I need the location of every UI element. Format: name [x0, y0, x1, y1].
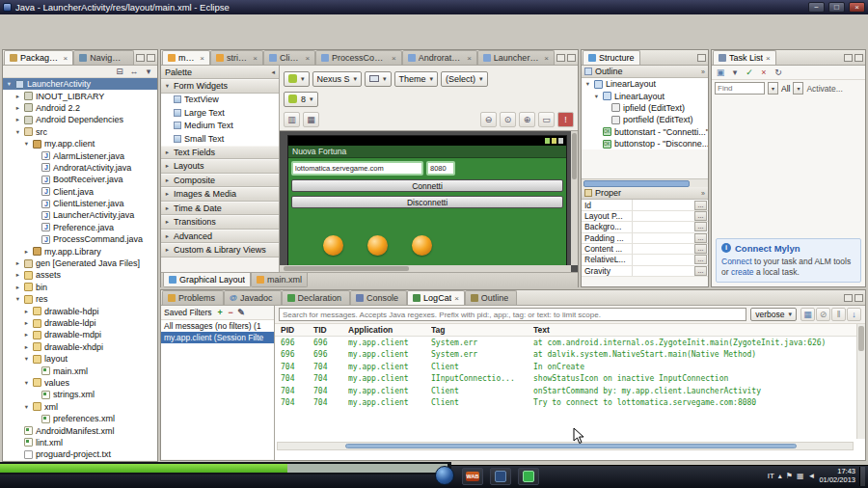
logcat-row[interactable]: 704 704 my.app.client Client In onCreate — [275, 361, 865, 373]
clear-log-icon[interactable]: ⊘ — [816, 308, 830, 321]
logcat-horizontal-scrollbar[interactable] — [277, 442, 854, 450]
tree-item[interactable]: main.xml — [3, 365, 157, 376]
collapse-palette-icon[interactable]: ◂ — [271, 68, 275, 76]
expand-caret-icon[interactable]: ▾ — [14, 128, 21, 136]
scope-combo-icon[interactable]: ▾ — [793, 82, 803, 95]
filter-row[interactable]: my.app.client (Session Filte — [161, 332, 274, 343]
outline-item[interactable]: ▾LinearLayout — [582, 78, 708, 90]
canvas-horizontal-scrollbar[interactable] — [280, 265, 571, 272]
property-value[interactable] — [632, 255, 694, 264]
tree-item[interactable]: ▸my.app.Library — [3, 245, 157, 257]
add-filter-icon[interactable]: + — [215, 308, 226, 318]
outline-item[interactable]: ipfield (EditText) — [582, 102, 708, 114]
palette-entry[interactable]: TextView — [161, 94, 279, 107]
device-combo[interactable]: Nexus S — [312, 71, 363, 87]
start-button[interactable] — [435, 466, 454, 485]
console-view-tab[interactable]: Console — [350, 290, 407, 305]
tree-item[interactable]: ▾values — [3, 377, 157, 389]
property-editor-button[interactable] — [694, 244, 707, 254]
volume-icon[interactable]: ◄ — [808, 473, 816, 480]
property-editor-button[interactable] — [694, 233, 707, 243]
language-indicator[interactable]: IT — [768, 472, 774, 480]
console-view-tab[interactable]: LogCat× — [407, 290, 465, 305]
console-view-tab[interactable]: Declaration — [282, 290, 351, 305]
editor-tab[interactable]: AndroratActivity.jav× — [402, 50, 477, 65]
palette-entry[interactable]: Large Text — [161, 106, 279, 120]
structure-tab[interactable]: Structure — [583, 50, 640, 65]
expand-caret-icon[interactable]: ▸ — [14, 116, 21, 123]
tree-item[interactable]: Client.java — [3, 186, 157, 198]
ip-edittext[interactable]: lottomatica.servegame.com — [291, 161, 423, 176]
minimize-view-icon[interactable] — [844, 294, 853, 302]
sync-tasks-icon[interactable]: ↻ — [772, 67, 785, 79]
outline-item[interactable]: ▾LinearLayout — [582, 90, 708, 101]
property-row[interactable]: Backgro... — [582, 222, 708, 232]
view-menu-icon[interactable]: » — [701, 190, 705, 197]
tree-item[interactable]: proguard-project.txt — [3, 448, 157, 460]
task-menu-icon[interactable]: ▾ — [728, 67, 742, 79]
property-value[interactable] — [632, 200, 694, 209]
tree-item[interactable]: ▸drawable-mdpi — [3, 329, 157, 340]
property-row[interactable]: Id — [582, 200, 708, 210]
tree-item[interactable]: ▸gen [Generated Java Files] — [3, 258, 157, 269]
expand-caret-icon[interactable]: ▾ — [593, 93, 600, 100]
expand-caret-icon[interactable]: ▸ — [14, 93, 21, 100]
close-view-icon[interactable]: × — [454, 294, 459, 303]
property-value[interactable] — [632, 211, 694, 221]
property-row[interactable]: Layout P... — [582, 211, 708, 222]
filter-row[interactable]: All messages (no filters) (1 — [161, 320, 274, 332]
tree-item[interactable]: ▾my.app.client — [3, 138, 157, 149]
find-input[interactable] — [715, 82, 765, 95]
property-value[interactable] — [632, 266, 694, 276]
zoom-in-icon[interactable]: ⊕ — [519, 112, 535, 127]
tree-item[interactable]: ▸drawable-xhdpi — [3, 341, 157, 353]
tree-item[interactable]: ▾xml — [3, 401, 157, 413]
save-log-icon[interactable]: ▦ — [800, 308, 815, 321]
property-editor-button[interactable] — [694, 222, 707, 231]
tree-item[interactable]: LauncherActivity.java — [3, 209, 157, 221]
expand-caret-icon[interactable]: ▸ — [14, 259, 21, 267]
api-level-combo[interactable]: 8 — [284, 92, 318, 107]
palette-header[interactable]: Palette ◂ — [161, 66, 279, 79]
property-value[interactable] — [632, 222, 694, 231]
tree-item[interactable]: strings.xml — [3, 389, 157, 400]
expand-caret-icon[interactable]: ▾ — [23, 403, 30, 411]
tree-item[interactable]: ▸bin — [3, 282, 157, 293]
autoscroll-icon[interactable]: ↓ — [847, 308, 861, 321]
video-progress-bar[interactable] — [0, 462, 451, 474]
clock[interactable]: 17:43 01/02/2013 — [819, 468, 855, 484]
expand-caret-icon[interactable]: ▾ — [6, 80, 13, 88]
palette-entry[interactable]: ▸Composite — [161, 174, 279, 188]
tree-item[interactable]: lint.xml — [3, 437, 157, 448]
expand-caret-icon[interactable]: ▸ — [23, 319, 30, 327]
expand-caret-icon[interactable]: ▸ — [14, 271, 21, 279]
view-tab[interactable]: Task List× — [713, 50, 776, 65]
property-value[interactable] — [632, 233, 694, 243]
connetti-button[interactable]: Connetti — [291, 179, 563, 192]
property-row[interactable]: Padding ... — [582, 233, 708, 244]
tree-item[interactable]: ProcessCommand.java — [3, 233, 157, 245]
view-menu-icon[interactable]: » — [701, 68, 705, 75]
editor-mode-tab[interactable]: main.xml — [251, 273, 308, 287]
complete-task-icon[interactable]: ✓ — [743, 67, 756, 79]
expand-caret-icon[interactable]: ▸ — [14, 104, 21, 112]
palette-entry[interactable]: ▸Text Fields — [161, 146, 279, 160]
remove-filter-icon[interactable]: − — [226, 308, 236, 318]
logcat-vertical-scrollbar[interactable] — [856, 324, 865, 439]
show-desktop-button[interactable] — [859, 467, 865, 486]
orientation-combo[interactable] — [365, 71, 392, 87]
view-tab[interactable]: Package E× — [4, 50, 73, 65]
outline-header[interactable]: Outline » — [582, 66, 708, 78]
property-editor-button[interactable] — [694, 201, 707, 210]
expand-caret-icon[interactable]: ▾ — [14, 295, 21, 303]
editor-tab[interactable]: strings.xml× — [210, 50, 263, 65]
maximize-view-icon[interactable] — [854, 54, 863, 62]
maximize-view-icon[interactable] — [147, 54, 155, 62]
mylyn-text[interactable]: Connect — [721, 257, 752, 266]
tree-item[interactable]: ▸drawable-ldpi — [3, 317, 157, 329]
editor-mode-tab[interactable]: Graphical Layout — [163, 273, 251, 287]
log-level-combo[interactable]: verbose — [750, 308, 797, 321]
taskbar-app-wab[interactable]: WAB — [462, 468, 483, 485]
property-editor-button[interactable] — [694, 266, 707, 276]
collapse-all-icon[interactable]: ⊟ — [113, 66, 126, 78]
